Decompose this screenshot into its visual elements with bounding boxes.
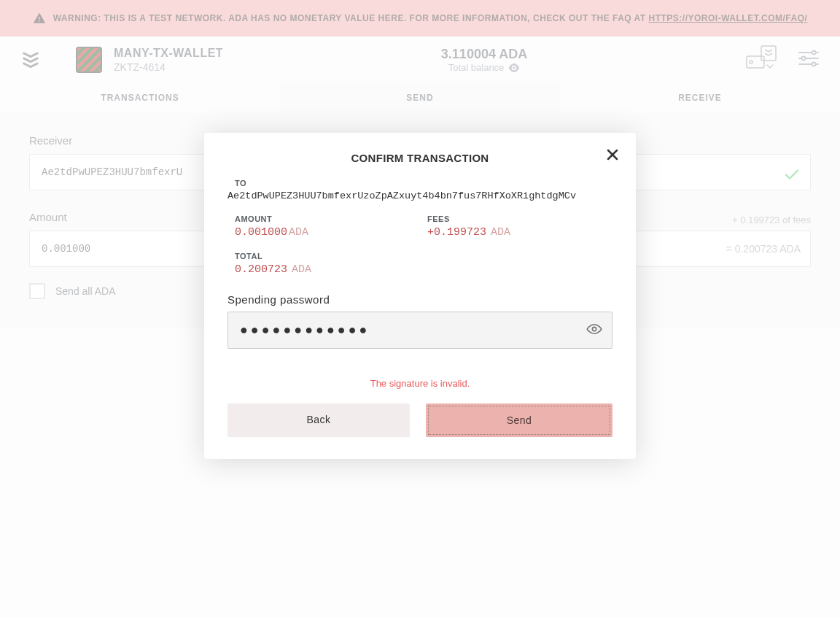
error-message: The signature is invalid. — [228, 378, 612, 389]
fees-label: FEES — [427, 215, 612, 223]
total-label: TOTAL — [235, 252, 612, 260]
to-address: Ae2tdPwUPEZ3HUU7bmfexrUzoZpAZxuyt4b4bn7f… — [228, 190, 612, 201]
password-label: Spending password — [228, 293, 612, 306]
password-input[interactable] — [228, 312, 612, 349]
eye-icon[interactable] — [586, 323, 602, 338]
close-icon[interactable] — [605, 147, 620, 165]
fees-value: +0.199723ADA — [427, 226, 612, 239]
svg-point-10 — [592, 327, 596, 331]
to-label: TO — [235, 179, 612, 188]
amount-label-modal: AMOUNT — [235, 215, 420, 223]
modal-title: CONFIRM TRANSACTION — [228, 152, 612, 164]
back-button[interactable]: Back — [228, 403, 410, 437]
total-value: 0.200723ADA — [235, 263, 612, 276]
send-button[interactable]: Send — [426, 403, 612, 437]
amount-value-modal: 0.001000ADA — [235, 226, 420, 239]
confirm-transaction-modal: CONFIRM TRANSACTION TO Ae2tdPwUPEZ3HUU7b… — [204, 133, 636, 459]
